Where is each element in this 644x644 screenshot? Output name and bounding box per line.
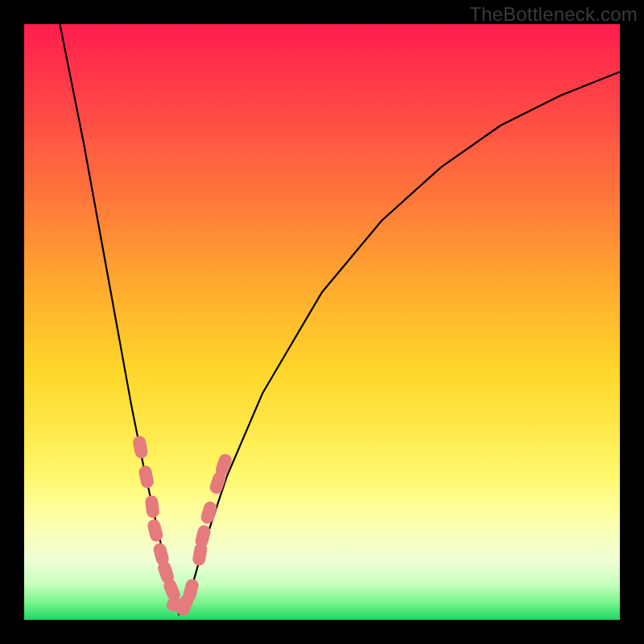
chart-frame: TheBottleneck.com (0, 0, 644, 644)
marker-point (147, 518, 164, 543)
bottleneck-curve (60, 24, 620, 614)
plot-area (24, 24, 620, 620)
marker-group (132, 435, 233, 617)
svg-rect-0 (132, 435, 149, 460)
marker-point (132, 435, 149, 460)
marker-point (200, 500, 218, 525)
curve-svg (24, 24, 620, 620)
svg-rect-12 (200, 500, 218, 525)
svg-rect-2 (144, 495, 159, 519)
marker-point (144, 495, 159, 519)
marker-point (138, 464, 155, 489)
svg-rect-1 (138, 464, 155, 489)
watermark-text: TheBottleneck.com (469, 3, 638, 26)
svg-rect-3 (147, 518, 164, 543)
